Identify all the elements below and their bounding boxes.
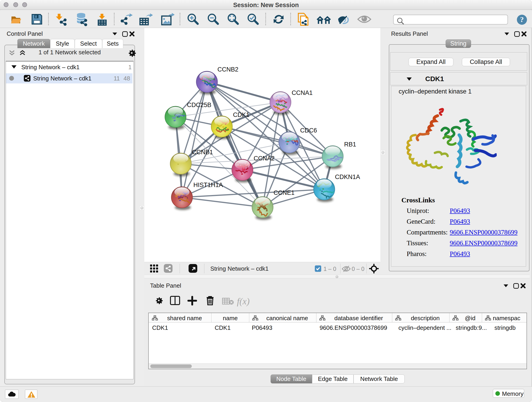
svg-text:CCNE1: CCNE1	[273, 189, 295, 196]
svg-text:CDKN1A: CDKN1A	[335, 173, 360, 180]
svg-text:CDC6: CDC6	[300, 127, 317, 134]
svg-text:CCNA2: CCNA2	[254, 155, 275, 162]
svg-text:CCNB1: CCNB1	[192, 149, 213, 156]
svg-text:?: ?	[520, 15, 524, 24]
svg-text:RB1: RB1	[344, 141, 356, 148]
svg-text:HIST1H1A: HIST1H1A	[193, 182, 223, 188]
svg-text:CDC25B: CDC25B	[187, 102, 211, 108]
svg-text:CCNA1: CCNA1	[292, 89, 313, 96]
svg-text:CDK1: CDK1	[233, 111, 249, 118]
svg-text:CCNB2: CCNB2	[217, 66, 239, 73]
